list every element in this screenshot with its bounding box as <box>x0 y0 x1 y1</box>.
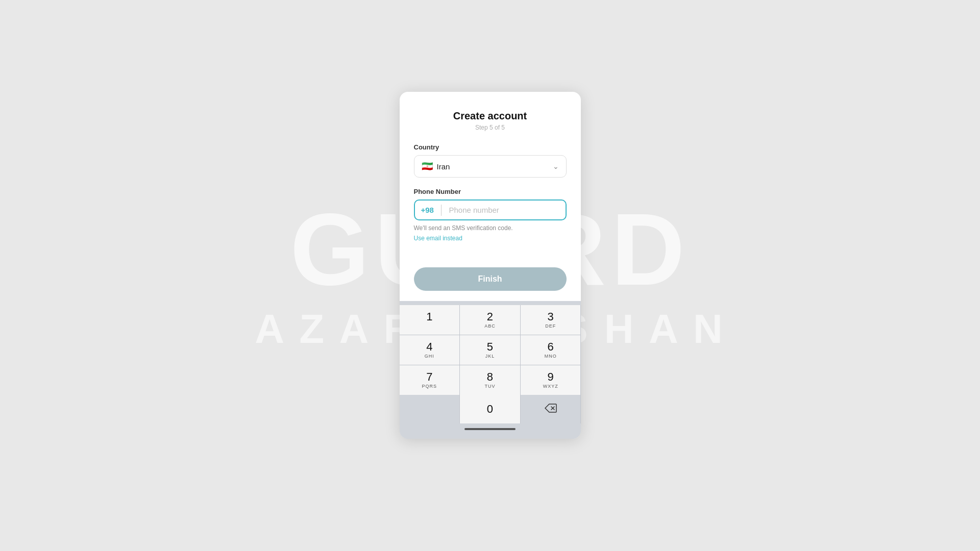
phone-section: Phone Number +98 We'll send an SMS verif… <box>414 188 567 242</box>
key-7[interactable]: 7 PQRS <box>400 365 460 395</box>
key-4[interactable]: 4 GHI <box>400 335 460 365</box>
phone-prefix: +98 <box>415 201 440 219</box>
key-delete[interactable] <box>521 395 581 423</box>
delete-icon <box>545 404 557 415</box>
key-6[interactable]: 6 MNO <box>521 335 581 365</box>
iran-flag-icon: 🇮🇷 <box>422 161 433 172</box>
country-label: Country <box>414 143 567 151</box>
phone-number-input[interactable] <box>443 201 565 219</box>
chevron-down-icon: ⌄ <box>553 162 559 170</box>
use-email-link[interactable]: Use email instead <box>414 235 567 242</box>
key-5[interactable]: 5 JKL <box>460 335 520 365</box>
key-2[interactable]: 2 ABC <box>460 305 520 335</box>
key-3[interactable]: 3 DEF <box>521 305 581 335</box>
phone-input-wrapper: +98 <box>414 199 567 220</box>
key-0[interactable]: 0 <box>460 395 520 423</box>
numeric-keypad: 1 2 ABC 3 DEF 4 GHI 5 JKL 6 MNO <box>400 301 581 439</box>
home-bar <box>464 428 516 430</box>
key-empty <box>400 395 460 423</box>
keypad-grid: 1 2 ABC 3 DEF 4 GHI 5 JKL 6 MNO <box>400 305 581 395</box>
country-section: Country 🇮🇷 Iran ⌄ <box>414 143 567 178</box>
modal-step: Step 5 of 5 <box>414 124 567 131</box>
home-indicator <box>400 423 581 439</box>
sms-note: We'll send an SMS verification code. <box>414 224 567 232</box>
modal-top-section: Create account Step 5 of 5 Country 🇮🇷 Ir… <box>400 92 581 252</box>
phone-divider <box>441 205 442 216</box>
modal-title: Create account <box>414 110 567 122</box>
key-8[interactable]: 8 TUV <box>460 365 520 395</box>
country-left: 🇮🇷 Iran <box>422 161 450 172</box>
country-dropdown[interactable]: 🇮🇷 Iran ⌄ <box>414 155 567 178</box>
create-account-modal: Create account Step 5 of 5 Country 🇮🇷 Ir… <box>400 92 581 439</box>
finish-button[interactable]: Finish <box>414 267 567 291</box>
key-1[interactable]: 1 <box>400 305 460 335</box>
country-name: Iran <box>437 162 450 171</box>
phone-label: Phone Number <box>414 188 567 195</box>
key-9[interactable]: 9 WXYZ <box>521 365 581 395</box>
keypad-bottom-row: 0 <box>400 395 581 423</box>
